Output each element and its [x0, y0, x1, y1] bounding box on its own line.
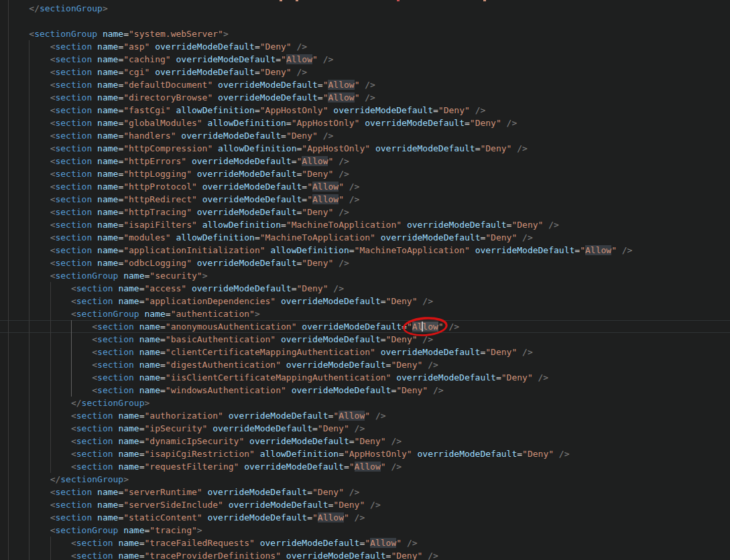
code-token: = — [281, 131, 286, 141]
code-token — [8, 398, 71, 408]
code-token: "MachineToApplication" — [260, 232, 375, 242]
code-token — [92, 182, 97, 192]
clipped-text-fragment — [397, 0, 400, 1]
code-line-current[interactable]: <section name="anonymousAuthentication" … — [0, 320, 730, 333]
code-token: sectionGroup — [82, 398, 145, 408]
code-line[interactable]: </sectionGroup> — [0, 2, 730, 15]
code-line[interactable]: <section name="handlers" overrideModeDef… — [0, 129, 730, 142]
code-line[interactable]: <section name="basicAuthentication" over… — [0, 333, 730, 346]
code-line[interactable]: <section name="httpLogging" overrideMode… — [0, 167, 730, 180]
code-line[interactable]: <section name="applicationInitialization… — [0, 244, 730, 257]
code-token — [281, 360, 286, 370]
code-line[interactable]: <section name="httpCompression" allowDef… — [0, 142, 730, 155]
code-token: "system.webServer" — [129, 29, 223, 39]
code-token — [92, 258, 97, 268]
code-token: name — [118, 283, 139, 293]
code-token: " — [381, 462, 386, 472]
code-line[interactable]: <section name="clientCertificateMappingA… — [0, 346, 730, 358]
code-line[interactable]: <section name="asp" overrideModeDefault=… — [0, 40, 730, 53]
code-line[interactable]: <sectionGroup name="security"> — [0, 269, 730, 282]
code-line[interactable]: <section name="traceFailedRequests" over… — [0, 537, 730, 549]
code-line[interactable]: </sectionGroup> — [0, 397, 730, 409]
code-line[interactable]: <section name="httpRedirect" overrideMod… — [0, 193, 730, 206]
code-editor[interactable]: </sectionGroup> <sectionGroup name="syst… — [0, 0, 730, 560]
code-line[interactable]: <section name="iisClientCertificateMappi… — [0, 371, 730, 384]
code-token: "ipSecurity" — [145, 423, 208, 433]
code-token: overrideModeDefault — [207, 512, 307, 522]
code-token: section — [76, 423, 113, 433]
code-line[interactable]: <section name="httpErrors" overrideModeD… — [0, 155, 730, 167]
code-token: "basicAuthentication" — [166, 334, 276, 344]
code-line[interactable]: <sectionGroup name="system.webServer"> — [0, 27, 730, 40]
indent-guide — [29, 397, 29, 409]
indent-guide — [50, 397, 51, 409]
code-token: "access" — [145, 283, 187, 293]
code-line[interactable]: <section name="requestFiltering" overrid… — [0, 460, 730, 473]
code-line[interactable]: <section name="authorization" overrideMo… — [0, 409, 730, 422]
code-line[interactable]: <sectionGroup name="authentication"> — [0, 307, 730, 320]
code-token — [223, 500, 229, 510]
code-token — [212, 80, 218, 90]
code-token: name — [118, 423, 139, 433]
code-line[interactable]: <section name="globalModules" allowDefin… — [0, 117, 730, 129]
code-line[interactable]: <section name="isapiFilters" allowDefini… — [0, 218, 730, 231]
indent-guide — [29, 155, 29, 167]
code-token: = — [496, 372, 501, 382]
code-token: /> — [349, 423, 365, 433]
code-line[interactable]: <section name="applicationDependencies" … — [0, 295, 730, 307]
code-line[interactable]: <section name="fastCgi" allowDefinition=… — [0, 104, 730, 117]
code-token: overrideModeDefault — [212, 423, 312, 433]
code-line[interactable] — [0, 15, 730, 27]
code-line[interactable]: <section name="dynamicIpSecurity" overri… — [0, 435, 730, 447]
indent-guide — [8, 104, 9, 117]
code-token: overrideModeDefault — [302, 322, 402, 332]
code-token: allowDefinition — [260, 449, 339, 459]
code-line[interactable]: <section name="httpTracing" overrideMode… — [0, 206, 730, 218]
code-line[interactable]: <section name="modules" allowDefinition=… — [0, 231, 730, 244]
code-token: = — [255, 105, 260, 115]
code-line[interactable]: <sectionGroup name="tracing"> — [0, 524, 730, 537]
code-line[interactable]: <section name="odbcLogging" overrideMode… — [0, 257, 730, 269]
indent-guide — [50, 422, 51, 435]
code-line[interactable]: <section name="serverRuntime" overrideMo… — [0, 486, 730, 498]
code-token: name — [123, 525, 144, 535]
code-token: /> — [333, 169, 349, 179]
code-line[interactable]: <section name="cgi" overrideModeDefault=… — [0, 66, 730, 78]
code-line[interactable]: <section name="caching" overrideModeDefa… — [0, 53, 730, 66]
code-token: < — [71, 449, 76, 459]
indent-guide — [29, 307, 29, 320]
code-token: " — [349, 462, 355, 472]
code-line[interactable]: <section name="httpProtocol" overrideMod… — [0, 180, 730, 193]
code-token — [375, 232, 381, 242]
code-token: /> — [359, 92, 375, 102]
code-line[interactable]: </sectionGroup> — [0, 473, 730, 486]
code-line[interactable]: <section name="access" overrideModeDefau… — [0, 282, 730, 295]
code-token: section — [76, 296, 113, 306]
code-line[interactable]: <section name="directoryBrowse" override… — [0, 91, 730, 104]
indent-guide — [29, 549, 29, 560]
code-token: "serverSideInclude" — [123, 500, 223, 510]
code-line[interactable]: <section name="serverSideInclude" overri… — [0, 498, 730, 511]
code-token: /> — [292, 67, 307, 77]
code-area[interactable]: </sectionGroup> <sectionGroup name="syst… — [0, 0, 730, 560]
code-token: /> — [517, 232, 532, 242]
code-line[interactable]: <section name="isapiCgiRestriction" allo… — [0, 447, 730, 460]
indent-guide — [8, 91, 9, 104]
code-line[interactable]: <section name="windowsAuthentication" ov… — [0, 384, 730, 397]
code-line[interactable]: <section name="defaultDocument" override… — [0, 78, 730, 91]
code-token: overrideModeDefault — [197, 169, 297, 179]
code-token — [8, 296, 71, 306]
code-line[interactable]: <section name="digestAuthentication" ove… — [0, 358, 730, 371]
code-line[interactable]: <section name="ipSecurity" overrideModeD… — [0, 422, 730, 435]
indent-guide — [50, 282, 51, 295]
code-line[interactable]: <section name="traceProviderDefinitions"… — [0, 549, 730, 560]
code-token: section — [97, 347, 134, 357]
code-token — [402, 220, 407, 230]
code-token: name — [97, 207, 118, 217]
code-token: section — [55, 207, 92, 217]
code-token: overrideModeDefault — [333, 105, 433, 115]
code-token: "Deny" — [391, 360, 422, 370]
indent-guide — [8, 269, 9, 282]
code-line[interactable]: <section name="staticContent" overrideMo… — [0, 511, 730, 524]
indent-guide — [29, 180, 29, 193]
